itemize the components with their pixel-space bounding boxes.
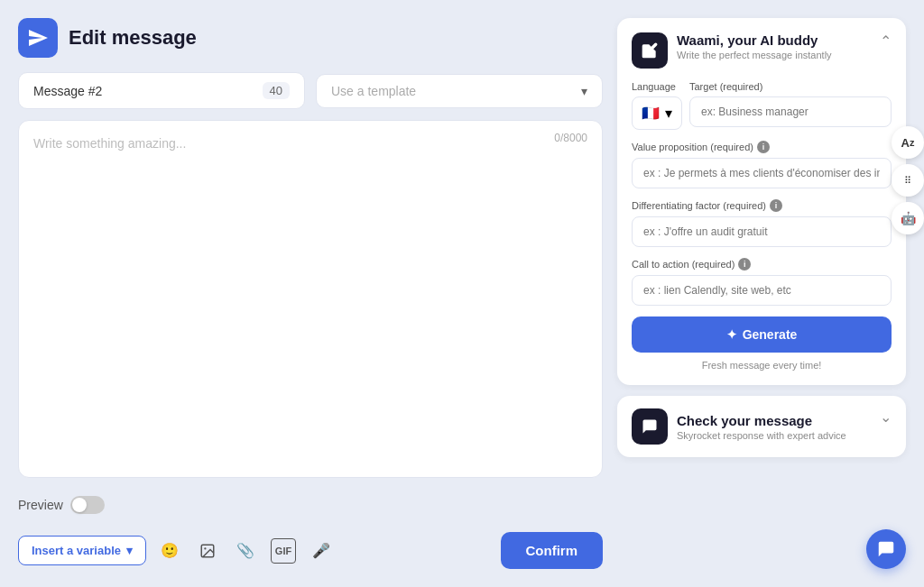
cta-group: Call to action (required) i [632, 258, 892, 306]
preview-toggle: Preview [18, 496, 105, 514]
check-panel: Check your message Skyrocket response wi… [617, 396, 906, 457]
diff-factor-input[interactable] [632, 216, 892, 247]
cta-input[interactable] [632, 275, 892, 306]
check-card-icon [632, 408, 668, 445]
insert-variable-label: Insert a variable [32, 544, 121, 557]
value-prop-input[interactable] [632, 158, 892, 188]
info-icon: i [757, 141, 770, 153]
ai-card-icon [632, 32, 668, 69]
info-icon-3: i [738, 258, 751, 271]
message-count: 40 [263, 82, 290, 99]
ai-card-header: Waami, your AI buddy Write the perfect m… [632, 32, 892, 69]
language-select[interactable]: 🇫🇷 ▾ [632, 96, 682, 130]
ai-collapse-button[interactable]: ⌃ [880, 32, 892, 50]
gif-icon[interactable]: GIF [271, 538, 296, 564]
toggle-knob [72, 498, 87, 512]
value-prop-group: Value proposition (required) i [632, 141, 892, 188]
info-icon-2: i [770, 199, 782, 212]
svg-point-1 [204, 547, 206, 549]
check-collapse-button[interactable]: ⌄ [880, 408, 892, 426]
message-badge: Message #2 40 [18, 72, 305, 109]
diff-factor-group: Differentiating factor (required) i [632, 199, 892, 247]
page-title: Edit message [69, 26, 197, 50]
template-select[interactable]: Use a template ▾ [316, 74, 603, 108]
language-target-row: Language 🇫🇷 ▾ Target (required) [632, 81, 892, 141]
attachment-icon[interactable]: 📎 [233, 538, 258, 564]
language-group: Language 🇫🇷 ▾ [632, 81, 682, 130]
language-chevron-icon: ▾ [665, 105, 672, 122]
check-title: Check your message [677, 413, 846, 428]
editor-placeholder: Write something amazing... [33, 136, 186, 151]
char-count: 0/8000 [554, 132, 587, 144]
confirm-button[interactable]: Confirm [501, 532, 604, 569]
preview-label: Preview [18, 498, 63, 512]
ai-subtitle: Write the perfect message instantly [677, 50, 880, 60]
chat-fab[interactable] [866, 529, 906, 569]
image-icon[interactable] [195, 538, 220, 564]
sparkle-icon: ✦ [726, 327, 737, 342]
toolbar-row: Message #2 40 Use a template ▾ [18, 72, 603, 109]
target-label: Target (required) [689, 81, 892, 92]
page-header: Edit message [18, 18, 603, 58]
toolbar-icons: 🙂 📎 GIF 🎤 [157, 538, 334, 564]
insert-variable-button[interactable]: Insert a variable ▾ [18, 536, 146, 565]
side-buttons: Az ⠿ 🤖 [892, 126, 924, 234]
bot-side-button[interactable]: 🤖 [892, 202, 924, 234]
fresh-message-text: Fresh message every time! [632, 360, 892, 371]
translate-side-button[interactable]: Az [892, 126, 924, 159]
value-prop-label: Value proposition (required) i [632, 141, 892, 153]
target-group: Target (required) [689, 81, 892, 130]
app-icon [18, 18, 58, 58]
template-placeholder: Use a template [331, 84, 416, 98]
ai-title: Waami, your AI buddy [677, 32, 880, 48]
flag-icon: 🇫🇷 [642, 105, 660, 122]
mic-icon[interactable]: 🎤 [309, 538, 334, 564]
bottom-bar: Preview [18, 489, 603, 521]
ai-panel: Waami, your AI buddy Write the perfect m… [617, 18, 906, 385]
cta-label: Call to action (required) i [632, 258, 892, 271]
language-label: Language [632, 81, 682, 92]
diff-factor-label: Differentiating factor (required) i [632, 199, 892, 212]
generate-label: Generate [743, 327, 798, 342]
action-bar: Insert a variable ▾ 🙂 📎 GIF 🎤 [18, 532, 603, 569]
message-editor[interactable]: Write something amazing... 0/8000 [18, 120, 603, 478]
grid-side-button[interactable]: ⠿ [892, 164, 924, 197]
message-label: Message #2 [33, 84, 102, 98]
check-subtitle: Skyrocket response with expert advice [677, 430, 846, 441]
chevron-down-icon: ▾ [126, 544, 133, 557]
preview-toggle-switch[interactable] [70, 496, 105, 514]
generate-button[interactable]: ✦ Generate [632, 316, 892, 353]
check-card-info: Check your message Skyrocket response wi… [677, 413, 846, 441]
target-input[interactable] [689, 96, 892, 127]
emoji-icon[interactable]: 🙂 [157, 538, 182, 564]
ai-card-info: Waami, your AI buddy Write the perfect m… [677, 32, 880, 60]
chevron-down-icon: ▾ [581, 84, 587, 98]
